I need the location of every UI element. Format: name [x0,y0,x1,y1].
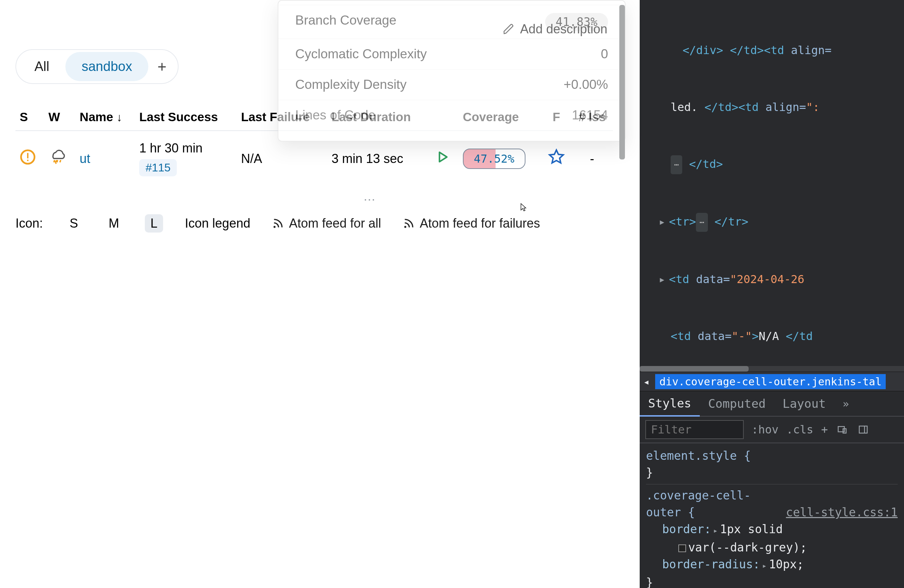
hov-toggle[interactable]: :hov [751,423,779,436]
panel-icon[interactable] [857,423,870,436]
pencil-icon [503,23,515,35]
coverage-pill[interactable]: 47.52% [463,148,525,169]
svg-point-3 [273,226,275,228]
coverage-tooltip: Branch Coverage 41.83% Add description C… [278,0,626,142]
add-description-link[interactable]: Add description [503,22,607,36]
sort-arrow-icon: ↓ [117,111,122,124]
tooltip-loc-value: 16154 [572,108,608,123]
status-unstable-icon [20,149,36,165]
new-rule-icon[interactable]: + [821,423,828,436]
rule-element-style: element.style { [646,449,751,463]
icon-size-l[interactable]: L [145,214,163,233]
tab-all[interactable]: All [18,52,65,81]
build-number-link[interactable]: #115 [139,159,177,177]
icon-legend-link[interactable]: Icon legend [185,216,250,231]
rss-icon [403,218,415,229]
styles-tabs: Styles Computed Layout » [640,391,904,416]
css-border-value: 1px solid [720,522,783,536]
styles-filter-input[interactable] [645,420,744,439]
last-success-text: 1 hr 30 min [139,141,233,156]
ellipsis-icon[interactable]: ⋯ [696,213,708,232]
tooltip-cyclomatic-label: Cyclomatic Complexity [295,47,427,61]
atom-feed-failures[interactable]: Atom feed for failures [403,216,540,231]
favorite-star-icon[interactable] [548,154,565,168]
icon-size-label: Icon: [16,216,43,231]
styles-toolbar: :hov .cls + [640,416,904,443]
tab-more-icon[interactable]: » [834,393,857,415]
cls-toggle[interactable]: .cls [786,423,813,436]
svg-rect-2 [27,160,28,161]
col-name-label: Name [80,110,113,124]
svg-point-4 [405,226,407,228]
css-radius-value: 10px; [769,557,803,571]
overflow-menu-icon[interactable]: ⋯ [363,192,375,207]
col-last-success[interactable]: Last Success [135,104,237,131]
dom-tree[interactable]: </div> </td><td align= led. </td><td ali… [640,0,904,366]
color-swatch-icon[interactable] [678,544,686,552]
tab-computed[interactable]: Computed [700,392,774,416]
atom-feed-all[interactable]: Atom feed for all [272,216,381,231]
styles-rules[interactable]: element.style { } .coverage-cell-outer {… [640,443,904,588]
tab-sandbox[interactable]: sandbox [65,52,148,81]
css-border-var: var(--dark-grey); [688,541,807,554]
tooltip-loc-label: Lines of Code [295,108,375,123]
tooltip-density-value: +0.00% [563,77,608,92]
devtools-panel: </div> </td><td align= led. </td><td ali… [640,0,904,588]
ellipsis-icon[interactable]: ⋯ [671,155,682,174]
mouse-cursor-icon [518,202,528,212]
svg-rect-1 [27,153,28,158]
col-weather[interactable]: W [44,104,76,131]
icon-size-s[interactable]: S [65,214,83,233]
col-name[interactable]: Name ↓ [76,104,135,131]
atom-feed-failures-label: Atom feed for failures [420,216,540,231]
icon-size-m[interactable]: M [105,214,123,233]
rule-close: } [646,574,898,588]
tab-layout[interactable]: Layout [774,392,834,416]
view-tabs: All sandbox + [16,49,179,84]
rule-source-link[interactable]: cell-style.css:1 [786,504,898,521]
tooltip-cyclomatic-value: 0 [601,47,608,61]
rule-close: } [646,464,898,481]
breadcrumb[interactable]: ◂ div.coverage-cell-outer.jenkins-tal [640,372,904,391]
col-status[interactable]: S [16,104,44,131]
dom-horizontal-scrollbar[interactable] [640,366,904,372]
tooltip-branch-coverage-label: Branch Coverage [295,13,397,31]
build-now-icon[interactable] [434,153,450,168]
tooltip-scrollbar[interactable] [619,1,625,169]
tab-styles[interactable]: Styles [640,391,700,416]
crumb-selected[interactable]: div.coverage-cell-outer.jenkins-tal [655,374,886,389]
footer-bar: Icon: S M L Icon legend Atom feed for al… [16,214,640,233]
weather-storm-icon [49,148,67,166]
atom-feed-all-label: Atom feed for all [289,216,381,231]
tooltip-density-label: Complexity Density [295,77,407,92]
crumb-back-icon[interactable]: ◂ [643,375,650,388]
svg-rect-7 [859,426,868,433]
job-link[interactable]: ut [80,151,90,166]
add-description-label: Add description [520,22,607,36]
device-icon[interactable] [836,423,849,436]
tab-add[interactable]: + [148,58,176,76]
rss-icon [272,218,284,229]
